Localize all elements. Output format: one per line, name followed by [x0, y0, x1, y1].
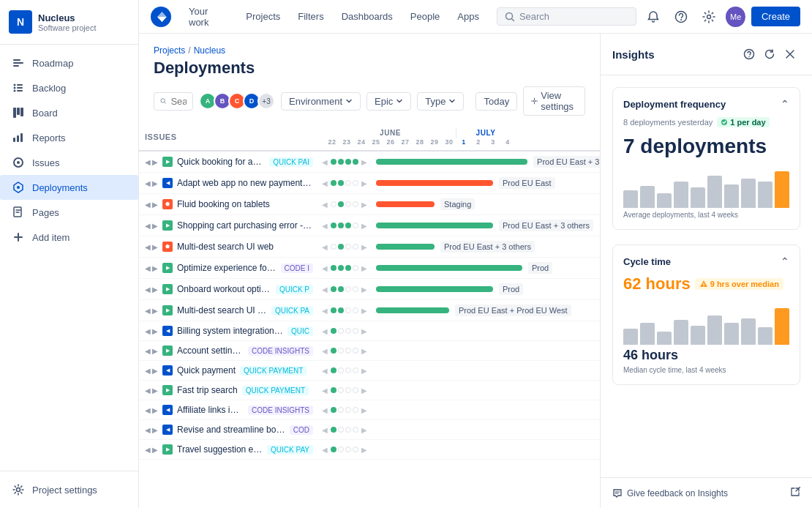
row-chevron-right[interactable]: ▶ — [361, 158, 367, 166]
nav-arrow-left[interactable]: ◀ — [145, 179, 151, 187]
epic-filter[interactable]: Epic — [366, 92, 411, 111]
type-filter[interactable]: Type — [417, 92, 464, 111]
row-chevron-right[interactable]: ▶ — [361, 264, 367, 272]
row-chevron-left[interactable]: ◀ — [322, 406, 328, 414]
row-chevron-right[interactable]: ▶ — [361, 426, 367, 434]
breadcrumb-projects[interactable]: Projects — [154, 45, 185, 56]
topnav-dashboards[interactable]: Dashboards — [336, 8, 399, 25]
issue-name[interactable]: Multi-dest search UI mobileweb — [177, 305, 267, 315]
topnav-people[interactable]: People — [405, 8, 446, 25]
row-chevron-left[interactable]: ◀ — [322, 347, 328, 355]
row-chevron-right[interactable]: ▶ — [361, 201, 367, 209]
issue-name[interactable]: Optimize experience for mobile web — [177, 263, 277, 273]
nav-arrow-right[interactable]: ▶ — [152, 158, 158, 166]
nav-arrow-left[interactable]: ◀ — [145, 367, 151, 375]
row-chevron-left[interactable]: ◀ — [322, 222, 328, 230]
settings-button[interactable] — [698, 5, 720, 29]
insights-help-button[interactable] — [739, 44, 759, 64]
nav-arrow-right[interactable]: ▶ — [152, 327, 158, 335]
external-link-icon[interactable] — [790, 487, 800, 499]
issue-name[interactable]: Quick payment — [177, 365, 236, 376]
search-input[interactable] — [170, 96, 187, 107]
row-chevron-left[interactable]: ◀ — [322, 446, 328, 454]
sidebar-item-deployments[interactable]: Deployments — [0, 175, 138, 200]
topnav-filters[interactable]: Filters — [292, 8, 329, 25]
nav-arrow-left[interactable]: ◀ — [145, 307, 151, 315]
nav-arrow-right[interactable]: ▶ — [152, 201, 158, 209]
notifications-button[interactable] — [642, 5, 664, 29]
nav-arrow-left[interactable]: ◀ — [145, 264, 151, 272]
create-button[interactable]: Create — [751, 7, 800, 26]
issue-name[interactable]: Account settings defaults — [177, 345, 244, 356]
issue-name[interactable]: Quick booking for accommodations — [177, 157, 265, 167]
nav-arrow-left[interactable]: ◀ — [145, 158, 151, 166]
issue-name[interactable]: Onboard workout options (OWO) — [177, 284, 271, 294]
issue-name[interactable]: Fluid booking on tablets — [177, 199, 270, 209]
nav-arrow-left[interactable]: ◀ — [145, 386, 151, 395]
row-chevron-left[interactable]: ◀ — [322, 243, 328, 251]
row-chevron-right[interactable]: ▶ — [361, 446, 367, 454]
user-avatar[interactable]: Me — [726, 7, 745, 27]
row-chevron-right[interactable]: ▶ — [361, 285, 367, 294]
row-chevron-right[interactable]: ▶ — [361, 406, 367, 414]
nav-arrow-left[interactable]: ◀ — [145, 243, 151, 251]
environment-filter[interactable]: Environment — [281, 92, 361, 111]
sidebar-item-issues[interactable]: Issues — [0, 150, 138, 175]
sidebar-item-add[interactable]: Add item — [0, 225, 138, 250]
nav-arrow-left[interactable]: ◀ — [145, 347, 151, 355]
nav-arrow-right[interactable]: ▶ — [152, 386, 158, 395]
expand-icon[interactable]: ⌃ — [781, 98, 789, 110]
today-button[interactable]: Today — [475, 92, 517, 111]
row-chevron-left[interactable]: ◀ — [322, 386, 328, 395]
sidebar-item-board[interactable]: Board — [0, 100, 138, 125]
view-settings-button[interactable]: View settings — [523, 86, 585, 116]
row-chevron-right[interactable]: ▶ — [361, 367, 367, 375]
nav-arrow-right[interactable]: ▶ — [152, 243, 158, 251]
row-chevron-left[interactable]: ◀ — [322, 367, 328, 375]
sidebar-item-backlog[interactable]: Backlog — [0, 75, 138, 100]
feedback-button[interactable]: Give feedback on Insights — [612, 488, 728, 498]
row-chevron-right[interactable]: ▶ — [361, 307, 367, 315]
nav-arrow-left[interactable]: ◀ — [145, 285, 151, 294]
issue-name[interactable]: Affiliate links integration — [177, 405, 244, 415]
topnav-search-box[interactable]: Search — [497, 7, 636, 26]
row-chevron-right[interactable]: ▶ — [361, 179, 367, 187]
row-chevron-left[interactable]: ◀ — [322, 179, 328, 187]
issue-name[interactable]: Billing system integration - frontend — [177, 326, 283, 336]
sidebar-item-roadmap[interactable]: Roadmap — [0, 51, 138, 75]
row-chevron-left[interactable]: ◀ — [322, 307, 328, 315]
row-chevron-left[interactable]: ◀ — [322, 426, 328, 434]
row-chevron-right[interactable]: ▶ — [361, 327, 367, 335]
issue-name[interactable]: Revise and streamline booking flow — [177, 425, 285, 435]
nav-arrow-right[interactable]: ▶ — [152, 406, 158, 414]
nav-arrow-left[interactable]: ◀ — [145, 327, 151, 335]
issue-name[interactable]: Travel suggestion experiments — [177, 444, 263, 455]
nav-arrow-right[interactable]: ▶ — [152, 426, 158, 434]
nav-arrow-right[interactable]: ▶ — [152, 222, 158, 230]
nav-arrow-right[interactable]: ▶ — [152, 307, 158, 315]
issue-name[interactable]: Shopping cart purchasing error - quick f… — [177, 220, 313, 231]
nav-arrow-right[interactable]: ▶ — [152, 285, 158, 294]
issue-name[interactable]: Fast trip search — [177, 385, 238, 395]
issue-name[interactable]: Multi-dest search UI web — [177, 242, 274, 252]
nav-arrow-right[interactable]: ▶ — [152, 367, 158, 375]
topnav-your-work[interactable]: Your work — [183, 3, 234, 31]
topnav-projects[interactable]: Projects — [240, 8, 286, 25]
nav-arrow-left[interactable]: ◀ — [145, 446, 151, 454]
row-chevron-left[interactable]: ◀ — [322, 327, 328, 335]
help-button[interactable] — [670, 5, 692, 29]
row-chevron-right[interactable]: ▶ — [361, 222, 367, 230]
nav-arrow-left[interactable]: ◀ — [145, 201, 151, 209]
topnav-apps[interactable]: Apps — [451, 8, 485, 25]
breadcrumb-nucleus[interactable]: Nucleus — [194, 45, 225, 56]
nav-arrow-right[interactable]: ▶ — [152, 264, 158, 272]
nav-arrow-right[interactable]: ▶ — [152, 347, 158, 355]
expand-icon-2[interactable]: ⌃ — [781, 255, 789, 267]
nav-arrow-left[interactable]: ◀ — [145, 426, 151, 434]
nav-arrow-left[interactable]: ◀ — [145, 222, 151, 230]
row-chevron-right[interactable]: ▶ — [361, 347, 367, 355]
nav-arrow-right[interactable]: ▶ — [152, 179, 158, 187]
sidebar-item-reports[interactable]: Reports — [0, 125, 138, 150]
insights-close-button[interactable] — [780, 44, 800, 64]
issue-search-box[interactable] — [154, 92, 193, 111]
